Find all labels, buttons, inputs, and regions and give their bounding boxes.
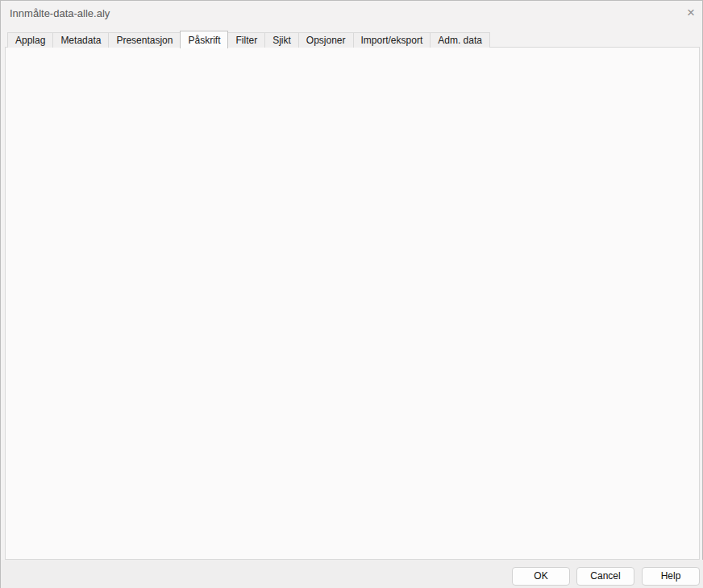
window-title: Innmålte-data-alle.aly: [10, 7, 110, 19]
tab-import-eksport[interactable]: Import/eksport: [353, 32, 431, 48]
dialog-window: Innmålte-data-alle.aly × Applag Metadata…: [0, 0, 703, 588]
tab-opsjoner[interactable]: Opsjoner: [298, 32, 354, 48]
ok-button[interactable]: OK: [512, 567, 570, 586]
help-button[interactable]: Help: [642, 567, 700, 586]
cancel-button[interactable]: Cancel: [576, 567, 634, 586]
tab-paaskrift[interactable]: Påskrift: [180, 31, 228, 48]
tab-metadata[interactable]: Metadata: [52, 32, 109, 48]
tab-page: [5, 47, 700, 560]
tab-adm-data[interactable]: Adm. data: [430, 32, 490, 48]
tab-sjikt[interactable]: Sjikt: [264, 32, 299, 48]
tab-applag[interactable]: Applag: [7, 32, 53, 48]
tab-strip: Applag Metadata Presentasjon Påskrift Fi…: [7, 31, 489, 48]
tab-presentasjon[interactable]: Presentasjon: [108, 32, 181, 48]
close-icon[interactable]: ×: [682, 4, 700, 22]
tab-filter[interactable]: Filter: [227, 32, 265, 48]
